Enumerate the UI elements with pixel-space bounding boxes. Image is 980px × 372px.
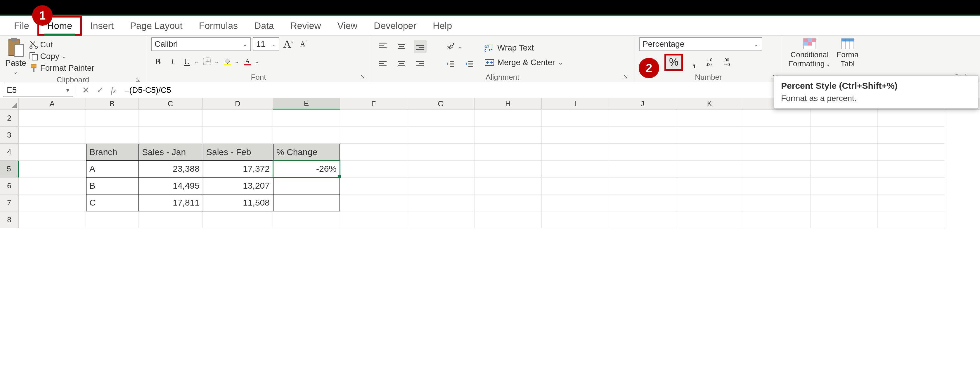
chevron-down-icon[interactable]: ⌄ bbox=[255, 58, 259, 65]
cell-G2[interactable] bbox=[407, 110, 474, 127]
tab-data[interactable]: Data bbox=[246, 17, 282, 34]
cell-C4[interactable]: Sales - Jan bbox=[138, 144, 203, 161]
cell-C5[interactable]: 23,388 bbox=[138, 161, 203, 178]
cell-A6[interactable] bbox=[19, 178, 86, 194]
cut-button[interactable]: Cut bbox=[29, 40, 94, 49]
decrease-font-button[interactable]: Aˇ bbox=[297, 38, 310, 51]
tab-review[interactable]: Review bbox=[282, 17, 329, 34]
cell-B4[interactable]: Branch bbox=[86, 144, 138, 161]
row-header-2[interactable]: 2 bbox=[0, 110, 19, 127]
cell-N8[interactable] bbox=[878, 211, 945, 228]
tab-formulas[interactable]: Formulas bbox=[191, 17, 246, 34]
cell-H5[interactable] bbox=[474, 161, 542, 178]
col-header-H[interactable]: H bbox=[474, 98, 542, 110]
cell-F3[interactable] bbox=[340, 127, 407, 144]
cell-L8[interactable] bbox=[743, 211, 811, 228]
orientation-button[interactable]: ab bbox=[444, 40, 457, 53]
cell-E7[interactable] bbox=[273, 194, 340, 211]
merge-center-button[interactable]: Merge & Center ⌄ bbox=[484, 58, 563, 67]
cell-N6[interactable] bbox=[878, 178, 945, 194]
cell-I4[interactable] bbox=[542, 144, 609, 161]
cell-J7[interactable] bbox=[609, 194, 676, 211]
italic-button[interactable]: I bbox=[166, 55, 179, 68]
cell-E3[interactable] bbox=[273, 127, 340, 144]
chevron-down-icon[interactable]: ⌄ bbox=[194, 58, 199, 65]
percent-style-button[interactable]: % bbox=[665, 54, 683, 71]
align-middle-button[interactable] bbox=[395, 40, 408, 53]
cell-K5[interactable] bbox=[676, 161, 743, 178]
cell-L5[interactable] bbox=[743, 161, 811, 178]
cell-D4[interactable]: Sales - Feb bbox=[203, 144, 273, 161]
increase-font-button[interactable]: A^ bbox=[282, 38, 294, 51]
cell-I8[interactable] bbox=[542, 211, 609, 228]
cell-D6[interactable]: 13,207 bbox=[203, 178, 273, 194]
cell-M5[interactable] bbox=[811, 161, 878, 178]
cell-E8[interactable] bbox=[273, 211, 340, 228]
copy-button[interactable]: Copy ⌄ bbox=[29, 52, 94, 61]
cell-M7[interactable] bbox=[811, 194, 878, 211]
enter-formula-icon[interactable]: ✓ bbox=[96, 85, 104, 95]
cell-K7[interactable] bbox=[676, 194, 743, 211]
cell-I3[interactable] bbox=[542, 127, 609, 144]
cell-N3[interactable] bbox=[878, 127, 945, 144]
cell-F4[interactable] bbox=[340, 144, 407, 161]
cell-I6[interactable] bbox=[542, 178, 609, 194]
tab-help[interactable]: Help bbox=[425, 17, 460, 34]
cell-N4[interactable] bbox=[878, 144, 945, 161]
cell-J8[interactable] bbox=[609, 211, 676, 228]
fill-color-button[interactable] bbox=[221, 55, 234, 68]
cell-N7[interactable] bbox=[878, 194, 945, 211]
cell-G3[interactable] bbox=[407, 127, 474, 144]
cell-F6[interactable] bbox=[340, 178, 407, 194]
cell-E6[interactable] bbox=[273, 178, 340, 194]
cell-C6[interactable]: 14,495 bbox=[138, 178, 203, 194]
cell-G8[interactable] bbox=[407, 211, 474, 228]
cell-A2[interactable] bbox=[19, 110, 86, 127]
row-header-8[interactable]: 8 bbox=[0, 211, 19, 228]
col-header-A[interactable]: A bbox=[19, 98, 86, 110]
tab-view[interactable]: View bbox=[329, 17, 366, 34]
align-top-button[interactable] bbox=[376, 40, 389, 53]
increase-decimal-button[interactable]: ←0.00 bbox=[705, 56, 718, 68]
cell-D2[interactable] bbox=[203, 110, 273, 127]
cell-A4[interactable] bbox=[19, 144, 86, 161]
cell-H8[interactable] bbox=[474, 211, 542, 228]
tab-file[interactable]: File bbox=[6, 17, 37, 34]
wrap-text-button[interactable]: abc Wrap Text bbox=[484, 43, 563, 52]
cell-K8[interactable] bbox=[676, 211, 743, 228]
col-header-K[interactable]: K bbox=[676, 98, 743, 110]
tab-insert[interactable]: Insert bbox=[82, 17, 122, 34]
cell-G5[interactable] bbox=[407, 161, 474, 178]
tab-page-layout[interactable]: Page Layout bbox=[122, 17, 191, 34]
cell-B8[interactable] bbox=[86, 211, 138, 228]
dialog-launcher-icon[interactable]: ⇲ bbox=[361, 73, 366, 81]
cell-L7[interactable] bbox=[743, 194, 811, 211]
dialog-launcher-icon[interactable]: ⇲ bbox=[135, 76, 140, 83]
cell-A5[interactable] bbox=[19, 161, 86, 178]
cell-L2[interactable] bbox=[743, 110, 811, 127]
cell-F5[interactable] bbox=[340, 161, 407, 178]
cell-H2[interactable] bbox=[474, 110, 542, 127]
cell-I7[interactable] bbox=[542, 194, 609, 211]
select-all-button[interactable] bbox=[0, 98, 19, 110]
col-header-D[interactable]: D bbox=[203, 98, 273, 110]
decrease-decimal-button[interactable]: .00→0 bbox=[723, 56, 736, 68]
cell-D7[interactable]: 11,508 bbox=[203, 194, 273, 211]
cell-D8[interactable] bbox=[203, 211, 273, 228]
chevron-down-icon[interactable]: ⌄ bbox=[214, 58, 219, 65]
cell-I2[interactable] bbox=[542, 110, 609, 127]
col-header-G[interactable]: G bbox=[407, 98, 474, 110]
col-header-B[interactable]: B bbox=[86, 98, 138, 110]
font-color-button[interactable]: A bbox=[241, 55, 254, 68]
cell-H3[interactable] bbox=[474, 127, 542, 144]
align-right-button[interactable] bbox=[414, 57, 426, 70]
cell-A7[interactable] bbox=[19, 194, 86, 211]
cell-D5[interactable]: 17,372 bbox=[203, 161, 273, 178]
cell-G4[interactable] bbox=[407, 144, 474, 161]
align-center-button[interactable] bbox=[395, 57, 408, 70]
cell-A8[interactable] bbox=[19, 211, 86, 228]
cell-I5[interactable] bbox=[542, 161, 609, 178]
borders-button[interactable] bbox=[201, 55, 213, 68]
cell-M2[interactable] bbox=[811, 110, 878, 127]
align-bottom-button[interactable] bbox=[414, 40, 426, 53]
